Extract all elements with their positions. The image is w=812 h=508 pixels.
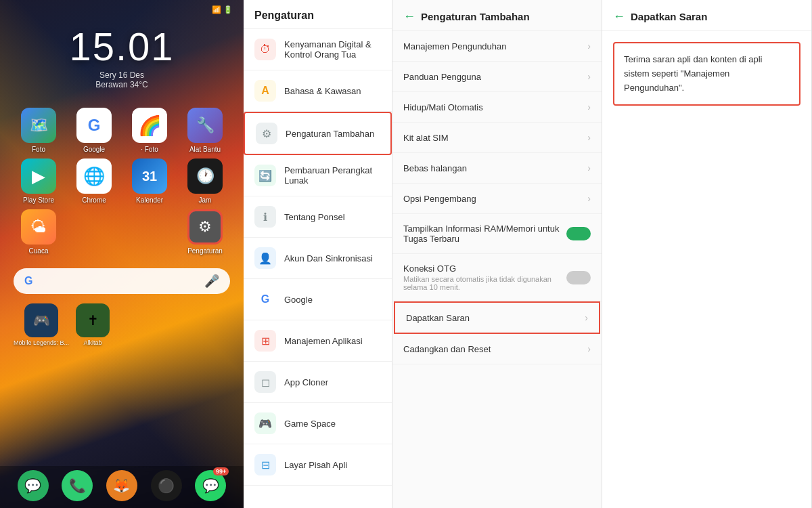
right-panel-header: ← Dapatkan Saran [602, 0, 811, 31]
app-grid: 🗺️ Foto G Google 🌈 · Foto 🔧 Alat Bantu ▶… [0, 100, 244, 263]
settings-item-pembaruan[interactable]: 🔄 Pembaruan Perangkat Lunak [244, 155, 392, 196]
app-icon-img: 🌐 [76, 158, 112, 194]
settings-section: Pengaturan ⏱ Kenyamanan Digital & Kontro… [244, 0, 812, 508]
status-bar: 📶 🔋 [0, 0, 244, 17]
settings-item-bahasa[interactable]: A Bahasa & Kawasan [244, 70, 392, 112]
app-mobile-legends[interactable]: 🎮 Mobile Legends: B... [14, 303, 69, 346]
dock-messages[interactable]: 💬 [18, 470, 49, 501]
menu-koneksi-otg[interactable]: Koneksi OTG Matikan secara otomatis jika… [392, 254, 602, 301]
settings-item-layar-pisah[interactable]: ⊟ Layar Pisah Apli [244, 444, 392, 486]
item-icon: A [254, 80, 276, 102]
bottom-dock: 💬 📞 🦊 ⚫ 💬 99+ [0, 466, 244, 508]
settings-item-pengaturan-tambahan[interactable]: ⚙ Pengaturan Tambahan [244, 112, 392, 155]
menu-kit-alat-sim[interactable]: Kit alat SIM › [392, 123, 602, 153]
app-calendar[interactable]: 31 Kalender [125, 158, 175, 204]
item-icon: 🎮 [254, 412, 276, 434]
chevron-icon: › [587, 163, 591, 173]
app-icon-img: 31 [132, 158, 167, 194]
clock-area: 15.01 Sery 16 Des Berawan 34°C [0, 17, 244, 93]
mic-icon: 🎤 [204, 274, 219, 289]
app-icon-img: 🔧 [187, 108, 223, 143]
app-icon-img: 🌈 [132, 108, 167, 143]
app-icon-img: G [76, 108, 112, 143]
settings-item-game-space[interactable]: 🎮 Game Space [244, 403, 392, 444]
settings-item-manajemen-app[interactable]: ⊞ Manajemen Aplikasi [244, 320, 392, 362]
app-chrome[interactable]: 🌐 Chrome [69, 158, 119, 204]
clock-time: 15.01 [0, 24, 244, 69]
dapatkan-saran-info-text: Terima saran apli dan konten di apli sis… [624, 53, 790, 95]
back-arrow-middle[interactable]: ← [403, 9, 415, 24]
dock-camera[interactable]: ⚫ [151, 470, 182, 501]
menu-panduan-pengguna[interactable]: Panduan Pengguna › [392, 62, 602, 92]
search-bar[interactable]: G 🎤 [14, 268, 230, 294]
app-icon-img: ▶ [21, 158, 56, 194]
clock-date: Sery 16 Des Berawan 34°C [0, 70, 244, 89]
item-icon: ⚙ [256, 123, 277, 144]
item-icon: ⊟ [254, 454, 276, 475]
chevron-icon: › [587, 102, 591, 112]
menu-opsi-pengembang[interactable]: Opsi Pengembang › [392, 184, 602, 214]
left-panel-header: Pengaturan [244, 0, 392, 29]
back-arrow-right[interactable]: ← [613, 9, 625, 24]
app-google[interactable]: G Google [69, 108, 119, 153]
whatsapp-badge: 99+ [213, 467, 229, 475]
app-alkitab[interactable]: ✝ Alkitab [76, 303, 110, 346]
chevron-icon: › [587, 193, 591, 204]
app-icon: ✝ [76, 303, 110, 337]
status-icons: 📶 🔋 [212, 5, 233, 14]
toggle-otg[interactable] [566, 271, 591, 284]
chevron-icon: › [587, 71, 591, 82]
settings-item-tentang[interactable]: ℹ Tentang Ponsel [244, 196, 392, 238]
settings-item-app-cloner[interactable]: ◻ App Cloner [244, 362, 392, 403]
item-icon: ⊞ [254, 330, 276, 352]
item-icon: ℹ [254, 206, 276, 228]
settings-item-kenyamanan[interactable]: ⏱ Kenyamanan Digital & Kontrol Orang Tua [244, 29, 392, 70]
chevron-icon: › [585, 312, 588, 323]
settings-item-google[interactable]: G Google [244, 279, 392, 320]
toggle-ram[interactable] [566, 227, 591, 240]
left-panel: Pengaturan ⏱ Kenyamanan Digital & Kontro… [244, 0, 392, 508]
middle-panel: ← Pengaturan Tambahan Manajemen Pengundu… [392, 0, 602, 508]
menu-bebas-halangan[interactable]: Bebas halangan › [392, 153, 602, 184]
menu-manajemen-pengunduhan[interactable]: Manajemen Pengunduhan › [392, 31, 602, 62]
item-icon: G [254, 289, 276, 310]
dock-whatsapp[interactable]: 💬 99+ [195, 470, 226, 501]
app-photos[interactable]: 🌈 · Foto [125, 108, 175, 153]
dock-phone[interactable]: 📞 [62, 470, 93, 501]
bottom-apps: 🎮 Mobile Legends: B... ✝ Alkitab [0, 299, 244, 350]
app-settings[interactable]: ⚙ Pengaturan [180, 209, 230, 255]
app-icon-img: ⚙ [187, 209, 223, 245]
app-icon-img: 🌤 [21, 209, 56, 245]
app-tools[interactable]: 🔧 Alat Bantu [180, 108, 230, 153]
settings-item-akun[interactable]: 👤 Akun Dan Sinkronisasi [244, 238, 392, 279]
item-icon: 👤 [254, 247, 276, 269]
dock-uc[interactable]: 🦊 [106, 470, 137, 501]
app-icon: 🎮 [24, 303, 58, 337]
app-weather[interactable]: 🌤 Cuaca [14, 209, 64, 255]
dapatkan-saran-info-box: Terima saran apli dan konten di apli sis… [613, 42, 800, 106]
menu-tampilkan-ram[interactable]: Tampilkan Informasi RAM/Memori untuk Tug… [392, 214, 602, 254]
item-icon: ⏱ [254, 39, 276, 60]
chevron-icon: › [587, 132, 591, 143]
right-panel: ← Dapatkan Saran Terima saran apli dan k… [602, 0, 812, 508]
app-clock[interactable]: 🕐 Jam [180, 158, 230, 204]
phone-section: 📶 🔋 15.01 Sery 16 Des Berawan 34°C 🗺️ Fo… [0, 0, 244, 508]
menu-cadangkan-reset[interactable]: Cadangkan dan Reset › [392, 334, 602, 364]
app-playstore[interactable]: ▶ Play Store [14, 158, 64, 204]
middle-panel-header: ← Pengaturan Tambahan [392, 0, 602, 31]
google-icon: G [24, 275, 32, 287]
chevron-icon: › [587, 343, 591, 354]
app-icon-img: 🕐 [187, 158, 223, 194]
menu-hidup-mati[interactable]: Hidup/Mati Otomatis › [392, 92, 602, 123]
item-icon: ◻ [254, 371, 276, 393]
chevron-icon: › [587, 41, 591, 51]
menu-dapatkan-saran[interactable]: Dapatkan Saran › [394, 301, 600, 334]
item-icon: 🔄 [254, 165, 276, 186]
app-foto[interactable]: 🗺️ Foto [14, 108, 64, 153]
app-icon-img: 🗺️ [21, 108, 56, 143]
